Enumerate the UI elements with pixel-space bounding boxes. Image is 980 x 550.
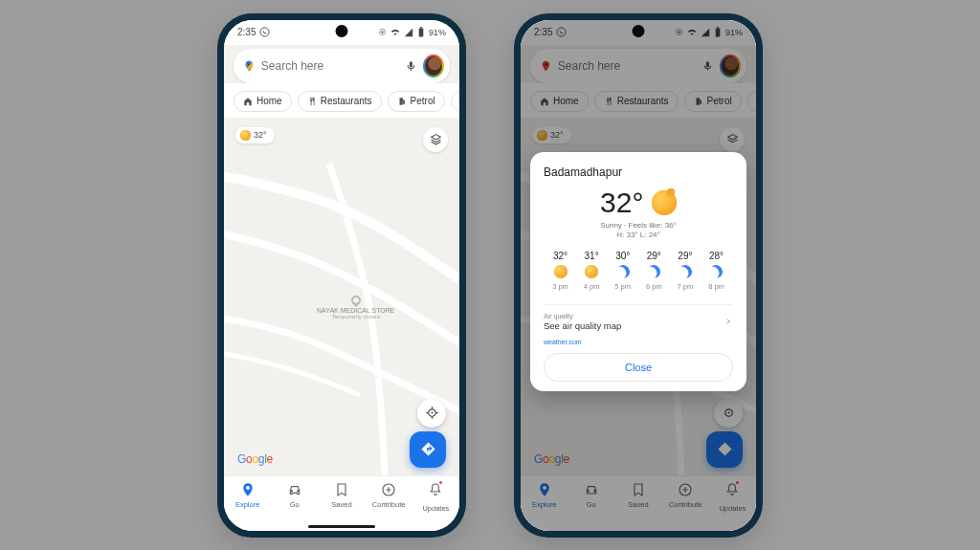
google-logo: Google: [237, 452, 273, 466]
hour-label: 7 pm: [678, 282, 694, 291]
sun-icon: [585, 265, 598, 278]
camera-punch: [336, 25, 348, 37]
poi-status: Temporarily closed: [313, 314, 399, 319]
weather-source[interactable]: weather.com: [544, 339, 733, 345]
recenter-button[interactable]: [417, 399, 446, 428]
hour-label: 6 pm: [646, 282, 662, 291]
directions-icon: [420, 441, 436, 457]
search-input[interactable]: [256, 59, 405, 73]
restaurant-icon: [307, 97, 317, 106]
close-button[interactable]: Close: [544, 353, 733, 382]
svg-point-1: [381, 31, 383, 33]
wifi-icon: [390, 28, 400, 37]
chip-hotels[interactable]: Hotels: [451, 91, 459, 112]
hour-temp: 28°: [709, 251, 724, 261]
gesture-handle[interactable]: [308, 525, 375, 528]
chip-petrol[interactable]: Petrol: [388, 91, 445, 112]
whatsapp-icon: [259, 27, 270, 37]
mic-icon[interactable]: [405, 59, 417, 73]
hour-temp: 29°: [678, 251, 692, 261]
explore-pin-icon: [240, 482, 256, 497]
hour-col: 32° 3 pm: [546, 251, 575, 291]
svg-point-0: [260, 28, 269, 36]
nav-label: Contribute: [372, 500, 406, 509]
camera-punch: [633, 25, 645, 37]
car-icon: [287, 482, 302, 497]
svg-rect-4: [420, 27, 422, 28]
bookmark-icon: [334, 482, 349, 497]
hour-temp: 31°: [585, 251, 599, 261]
gas-icon: [397, 97, 407, 106]
nav-label: Explore: [235, 500, 259, 509]
hour-col: 31° 4 pm: [577, 251, 607, 291]
nav-explore[interactable]: Explore: [224, 482, 271, 509]
directions-fab[interactable]: [410, 431, 446, 468]
aq-label: Air quality: [544, 313, 573, 319]
nav-saved[interactable]: Saved: [318, 482, 365, 509]
nav-updates[interactable]: Updates: [412, 482, 459, 513]
air-quality-row[interactable]: Air quality See air quality map: [544, 304, 733, 331]
weather-pill-temp: 32°: [254, 130, 267, 140]
plus-circle-icon: [381, 482, 396, 497]
hourly-row[interactable]: 32° 3 pm 31° 4 pm 30° 5 pm 29° 6: [544, 251, 733, 291]
sun-icon: [554, 265, 568, 278]
profile-avatar[interactable]: [423, 55, 444, 77]
hour-label: 4 pm: [584, 282, 600, 291]
chip-label: Petrol: [411, 96, 435, 106]
phone-right: 2:35 91%: [514, 13, 763, 538]
status-time: 2:35: [237, 27, 256, 37]
hour-temp: 30°: [615, 251, 630, 261]
crosshair-icon: [425, 406, 439, 420]
moon-icon: [707, 262, 725, 280]
layers-button[interactable]: [423, 127, 448, 152]
aq-link-text: See air quality map: [544, 320, 621, 331]
svg-point-8: [431, 412, 433, 414]
bottom-nav: Explore Go Saved Contribute Updates: [224, 475, 459, 531]
home-icon: [243, 97, 253, 106]
sun-large-icon: [652, 190, 677, 215]
hour-col: 30° 5 pm: [608, 251, 637, 291]
svg-rect-3: [419, 28, 424, 36]
moon-icon: [645, 262, 663, 280]
nav-label: Updates: [422, 504, 449, 513]
map-poi[interactable]: NAYAK MEDICAL STORE Temporarily closed: [313, 296, 399, 319]
chevron-right-icon: [724, 317, 733, 326]
hour-label: 5 pm: [614, 282, 631, 291]
layers-icon: [430, 133, 442, 145]
maps-pin-icon: [243, 59, 256, 73]
moon-icon: [613, 262, 632, 280]
hour-label: 3 pm: [552, 282, 568, 291]
weather-temp: 32°: [600, 187, 643, 219]
poi-name: NAYAK MEDICAL STORE: [313, 307, 399, 314]
nav-contribute[interactable]: Contribute: [366, 482, 412, 509]
chip-label: Restaurants: [321, 96, 372, 106]
hour-label: 8 pm: [708, 282, 724, 291]
weather-pill[interactable]: 32°: [235, 127, 275, 143]
poi-pin-icon: [349, 294, 363, 307]
sun-icon: [240, 130, 251, 141]
bell-icon: [428, 482, 443, 497]
chip-restaurants[interactable]: Restaurants: [298, 91, 382, 112]
chip-label: Home: [256, 96, 282, 106]
search-bar[interactable]: [234, 49, 450, 83]
nav-label: Go: [290, 500, 300, 509]
battery-pct: 91%: [429, 28, 446, 37]
moon-icon: [677, 262, 695, 280]
weather-card: Badamadhapur 32° Sunny · Feels like: 36°…: [530, 152, 746, 391]
hour-col: 28° 8 pm: [702, 251, 731, 291]
weather-location: Badamadhapur: [544, 165, 733, 179]
chip-home[interactable]: Home: [234, 91, 292, 112]
hour-col: 29° 6 pm: [639, 251, 669, 291]
category-chips[interactable]: Home Restaurants Petrol Hotels: [224, 83, 459, 118]
signal-icon: [404, 28, 413, 37]
weather-desc: Sunny · Feels like: 36°: [544, 221, 733, 230]
battery-icon: [417, 27, 425, 37]
hour-temp: 29°: [647, 251, 661, 261]
nav-go[interactable]: Go: [271, 482, 318, 509]
nav-label: Saved: [331, 500, 351, 509]
svg-rect-6: [410, 61, 412, 67]
hour-temp: 32°: [553, 251, 568, 261]
location-status-icon: [378, 28, 387, 36]
hour-col: 29° 7 pm: [670, 251, 700, 291]
phone-left: NAYAK MEDICAL STORE Temporarily closed 2…: [217, 13, 466, 538]
